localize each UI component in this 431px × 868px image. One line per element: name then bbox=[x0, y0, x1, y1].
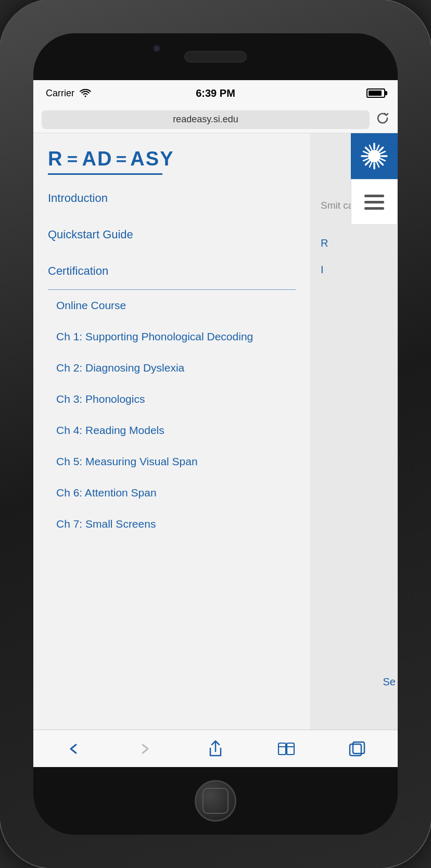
phone-device: Carrier 6:39 PM readeasy.si. bbox=[0, 0, 431, 868]
toc-buttons bbox=[351, 133, 398, 225]
equals-icon2 bbox=[116, 153, 127, 165]
status-time: 6:39 PM bbox=[196, 87, 235, 99]
svg-rect-0 bbox=[68, 156, 77, 158]
app-logo: R AD ASY bbox=[48, 148, 296, 170]
equals-icon bbox=[67, 153, 78, 165]
nav-item-ch4[interactable]: Ch 4: Reading Models bbox=[33, 415, 310, 446]
forward-button[interactable] bbox=[132, 736, 158, 762]
nav-divider bbox=[48, 289, 296, 290]
nav-item-ch2[interactable]: Ch 2: Diagnosing Dyslexia bbox=[33, 352, 310, 384]
screen: Carrier 6:39 PM readeasy.si. bbox=[33, 80, 398, 767]
url-text: readeasy.si.edu bbox=[173, 114, 238, 125]
nav-items-list: Introduction Quickstart Guide Certificat… bbox=[33, 175, 310, 545]
battery-fill bbox=[369, 91, 382, 96]
logo-area: R AD ASY bbox=[33, 133, 310, 175]
nav-item-ch7[interactable]: Ch 7: Small Screens bbox=[33, 508, 310, 540]
speaker bbox=[184, 51, 247, 62]
share-button[interactable] bbox=[202, 736, 229, 762]
toc-icon-button[interactable] bbox=[351, 133, 398, 179]
svg-line-11 bbox=[379, 147, 383, 151]
svg-line-9 bbox=[365, 147, 369, 151]
phone-bottom-bar bbox=[33, 767, 398, 835]
side-panel-link2[interactable]: I bbox=[314, 262, 394, 278]
svg-line-14 bbox=[381, 159, 385, 161]
home-button[interactable] bbox=[195, 780, 236, 822]
svg-line-12 bbox=[365, 161, 369, 165]
bookmarks-button[interactable] bbox=[273, 736, 299, 762]
svg-line-19 bbox=[377, 145, 379, 150]
sun-icon bbox=[361, 143, 388, 170]
svg-rect-3 bbox=[117, 160, 126, 162]
url-field[interactable]: readeasy.si.edu bbox=[42, 110, 370, 129]
reload-button[interactable] bbox=[376, 111, 389, 128]
nav-item-certification[interactable]: Certification bbox=[33, 253, 310, 289]
svg-rect-1 bbox=[68, 160, 77, 162]
phone-screen-container: Carrier 6:39 PM readeasy.si. bbox=[33, 33, 398, 835]
nav-item-ch1[interactable]: Ch 1: Supporting Phonological Decoding bbox=[33, 321, 310, 352]
svg-line-15 bbox=[370, 145, 372, 150]
svg-line-17 bbox=[381, 151, 385, 154]
nav-item-quickstart[interactable]: Quickstart Guide bbox=[33, 216, 310, 253]
svg-line-13 bbox=[363, 151, 368, 154]
side-panel-glimpse: Smit can R I Se bbox=[310, 133, 398, 730]
svg-rect-22 bbox=[287, 743, 294, 755]
logo-asy: ASY bbox=[130, 148, 174, 170]
status-left: Carrier bbox=[46, 88, 91, 99]
content-area: R AD ASY bbox=[33, 133, 398, 730]
carrier-label: Carrier bbox=[46, 88, 74, 99]
svg-line-10 bbox=[379, 161, 383, 165]
hamburger-icon bbox=[364, 195, 384, 210]
svg-line-18 bbox=[363, 159, 368, 161]
toc-list-button[interactable] bbox=[351, 179, 398, 225]
home-button-inner bbox=[202, 788, 229, 814]
logo-read: R bbox=[48, 148, 63, 170]
svg-line-16 bbox=[377, 162, 379, 167]
wifi-icon bbox=[80, 89, 91, 98]
tabs-button[interactable] bbox=[344, 736, 370, 762]
battery-indicator bbox=[366, 88, 385, 98]
logo-equals-sign bbox=[66, 153, 79, 165]
camera bbox=[153, 45, 160, 52]
nav-item-ch6[interactable]: Ch 6: Attention Span bbox=[33, 477, 310, 508]
svg-rect-2 bbox=[117, 156, 126, 158]
nav-item-ch3[interactable]: Ch 3: Phonologics bbox=[33, 384, 310, 415]
side-panel-link1[interactable]: R bbox=[314, 235, 394, 251]
side-panel-bottom: Se bbox=[383, 676, 396, 688]
browser-toolbar bbox=[33, 730, 398, 767]
url-bar: readeasy.si.edu bbox=[33, 106, 398, 133]
status-bar: Carrier 6:39 PM bbox=[33, 80, 398, 106]
nav-item-ch5[interactable]: Ch 5: Measuring Visual Span bbox=[33, 446, 310, 477]
nav-menu: R AD ASY bbox=[33, 133, 310, 730]
logo-ad: AD bbox=[82, 148, 112, 170]
phone-top-bar bbox=[33, 33, 398, 80]
logo-e-equals bbox=[116, 153, 127, 165]
nav-item-introduction[interactable]: Introduction bbox=[33, 180, 310, 216]
back-button[interactable] bbox=[61, 736, 87, 762]
svg-line-20 bbox=[370, 162, 372, 167]
nav-item-online-course[interactable]: Online Course bbox=[33, 290, 310, 321]
svg-rect-21 bbox=[278, 743, 286, 755]
